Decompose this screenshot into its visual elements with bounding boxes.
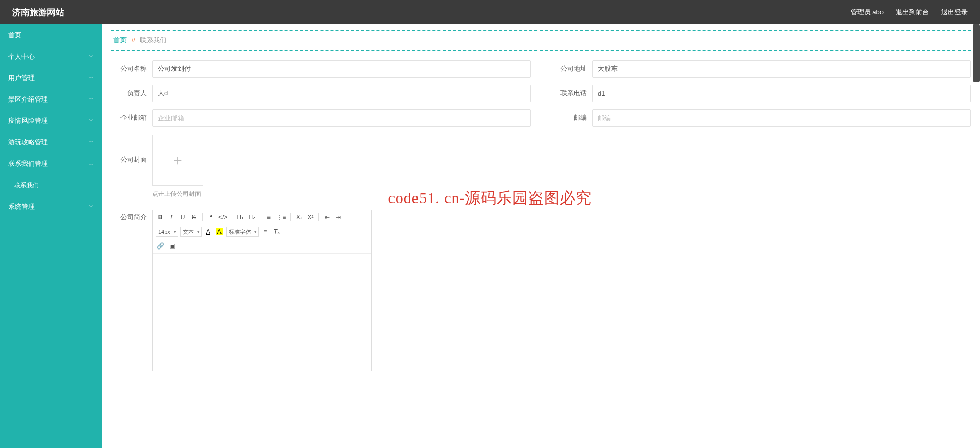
sidebar-item-guide[interactable]: 游玩攻略管理 ﹀	[0, 132, 102, 153]
toolbar-separator	[290, 213, 291, 221]
label-cover: 公司封面	[111, 135, 152, 164]
toolbar-separator	[202, 213, 203, 221]
bg-color-icon[interactable]: A	[215, 227, 224, 237]
sidebar-item-label: 联系我们管理	[8, 159, 48, 168]
bullet-list-icon[interactable]: ⋮≡	[275, 212, 287, 222]
breadcrumb-current: 联系我们	[140, 36, 166, 44]
image-icon[interactable]: ▣	[167, 241, 177, 251]
input-phone[interactable]	[592, 85, 971, 102]
sidebar-item-label: 用户管理	[8, 73, 35, 83]
chevron-down-icon: ﹀	[89, 53, 94, 60]
input-email[interactable]	[152, 109, 531, 127]
link-icon[interactable]: 🔗	[156, 241, 165, 251]
font-family-select[interactable]: 标准字体	[226, 227, 259, 237]
field-company-addr: 公司地址	[551, 60, 971, 78]
label-company-name: 公司名称	[111, 64, 152, 73]
sidebar-item-scenic[interactable]: 景区介绍管理 ﹀	[0, 89, 102, 110]
breadcrumb-home[interactable]: 首页	[113, 36, 127, 44]
sidebar-item-label: 景区介绍管理	[8, 95, 48, 104]
toolbar-separator	[260, 213, 260, 221]
label-intro: 公司简介	[111, 210, 152, 222]
strike-icon[interactable]: S	[189, 212, 199, 222]
bold-icon[interactable]: B	[156, 212, 165, 222]
sidebar-item-contact[interactable]: 联系我们管理 ︿	[0, 153, 102, 175]
toolbar-separator	[232, 213, 232, 221]
clear-format-icon[interactable]: Tₓ	[272, 227, 281, 237]
input-company-addr[interactable]	[592, 60, 971, 78]
sidebar-item-home[interactable]: 首页	[0, 24, 102, 46]
chevron-down-icon: ﹀	[89, 117, 94, 125]
h2-icon[interactable]: H₂	[247, 212, 256, 222]
field-intro: 公司简介 B I U S ❝ </> H₁ H₂ ≡ ⋮≡	[111, 210, 971, 371]
plus-icon: ＋	[170, 151, 185, 170]
toolbar-separator	[318, 213, 319, 221]
sidebar-item-profile[interactable]: 个人中心 ﹀	[0, 46, 102, 67]
sidebar-item-label: 疫情风险管理	[8, 116, 48, 126]
sidebar-item-label: 联系我们	[14, 181, 39, 190]
chevron-down-icon: ﹀	[89, 96, 94, 103]
superscript-icon[interactable]: X²	[306, 212, 315, 222]
input-principal[interactable]	[152, 85, 531, 102]
paragraph-select[interactable]: 文本	[180, 227, 202, 237]
sidebar-item-users[interactable]: 用户管理 ﹀	[0, 67, 102, 89]
sidebar-item-label: 个人中心	[8, 52, 35, 61]
field-company-name: 公司名称	[111, 60, 531, 78]
editor-toolbar: B I U S ❝ </> H₁ H₂ ≡ ⋮≡ X₂ X²	[153, 210, 371, 254]
sidebar-subitem-contact[interactable]: 联系我们	[0, 175, 102, 196]
input-company-name[interactable]	[152, 60, 531, 78]
scrollbar-thumb[interactable]	[973, 24, 980, 82]
label-phone: 联系电话	[551, 89, 592, 98]
subscript-icon[interactable]: X₂	[295, 212, 304, 222]
label-company-addr: 公司地址	[551, 64, 592, 73]
sidebar-item-label: 首页	[8, 31, 21, 40]
chevron-down-icon: ﹀	[89, 74, 94, 82]
ordered-list-icon[interactable]: ≡	[264, 212, 273, 222]
quote-icon[interactable]: ❝	[206, 212, 215, 222]
field-email: 企业邮箱	[111, 109, 531, 127]
code-icon[interactable]: </>	[217, 212, 228, 222]
label-postcode: 邮编	[551, 113, 592, 122]
rich-text-editor: B I U S ❝ </> H₁ H₂ ≡ ⋮≡ X₂ X²	[152, 210, 372, 371]
chevron-down-icon: ﹀	[89, 139, 94, 146]
to-frontend-link[interactable]: 退出到前台	[896, 8, 929, 17]
brand-title: 济南旅游网站	[12, 7, 64, 18]
field-phone: 联系电话	[551, 85, 971, 102]
italic-icon[interactable]: I	[167, 212, 176, 222]
admin-label[interactable]: 管理员 abo	[851, 8, 884, 17]
chevron-up-icon: ︿	[89, 160, 94, 167]
upload-hint: 点击上传公司封面	[152, 190, 203, 198]
sidebar-item-label: 系统管理	[8, 202, 35, 211]
top-bar: 济南旅游网站 管理员 abo 退出到前台 退出登录	[0, 0, 980, 24]
input-postcode[interactable]	[592, 109, 971, 127]
label-principal: 负责人	[111, 89, 152, 98]
editor-body[interactable]	[153, 254, 371, 371]
h1-icon[interactable]: H₁	[236, 212, 245, 222]
sidebar-item-system[interactable]: 系统管理 ﹀	[0, 196, 102, 217]
underline-icon[interactable]: U	[178, 212, 187, 222]
label-email: 企业邮箱	[111, 113, 152, 122]
font-size-select[interactable]: 14px	[156, 227, 178, 237]
sidebar: 首页 个人中心 ﹀ 用户管理 ﹀ 景区介绍管理 ﹀ 疫情风险管理 ﹀ 游玩攻略管…	[0, 24, 102, 448]
indent-icon[interactable]: ⇥	[334, 212, 343, 222]
field-cover: 公司封面 ＋ 点击上传公司封面	[111, 135, 971, 198]
field-principal: 负责人	[111, 85, 531, 102]
field-postcode: 邮编	[551, 109, 971, 127]
sidebar-item-risk[interactable]: 疫情风险管理 ﹀	[0, 110, 102, 132]
sidebar-item-label: 游玩攻略管理	[8, 138, 48, 147]
chevron-down-icon: ﹀	[89, 203, 94, 210]
outdent-icon[interactable]: ⇤	[323, 212, 332, 222]
align-left-icon[interactable]: ≡	[261, 227, 270, 237]
breadcrumb-separator: //	[132, 36, 135, 44]
topbar-actions: 管理员 abo 退出到前台 退出登录	[851, 8, 968, 17]
main-content: 首页 // 联系我们 公司名称 公司地址 负责人 联系电话	[102, 24, 980, 448]
upload-cover-box[interactable]: ＋	[152, 135, 203, 186]
breadcrumb: 首页 // 联系我们	[111, 30, 971, 51]
font-color-icon[interactable]: A	[204, 227, 213, 237]
logout-link[interactable]: 退出登录	[941, 8, 968, 17]
